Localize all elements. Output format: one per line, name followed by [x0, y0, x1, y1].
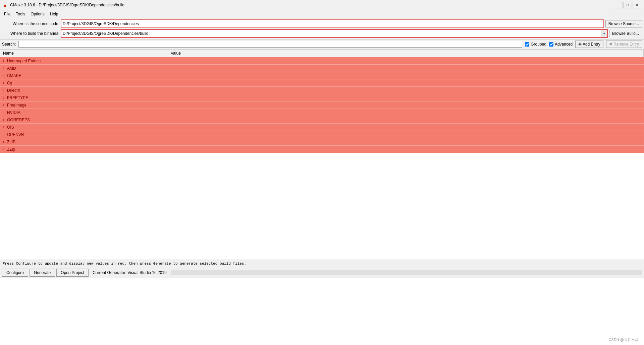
- grouped-label[interactable]: Grouped: [531, 42, 546, 47]
- table-row[interactable]: › ZLIB: [0, 138, 644, 146]
- menu-bar: File Tools Options Help: [0, 10, 644, 18]
- advanced-checkbox[interactable]: [549, 42, 553, 47]
- status-bar: Press Configure to update and display ne…: [0, 260, 644, 267]
- output-panel[interactable]: [0, 278, 644, 345]
- row-expand-icon[interactable]: ›: [0, 125, 7, 129]
- source-input-wrapper: [61, 19, 604, 28]
- binary-row: Where to build the binaries: ▾ Browse Bu…: [2, 29, 642, 38]
- row-name-cell: Ungrouped Entries: [7, 59, 168, 63]
- table-row[interactable]: › DirectX: [0, 87, 644, 94]
- main-table-area: Name Value › Ungrouped Entries › AMD › C…: [0, 49, 644, 260]
- configure-button[interactable]: Configure: [2, 269, 28, 277]
- title-bar-controls: ─ □ ✕: [614, 2, 641, 8]
- menu-options[interactable]: Options: [28, 11, 47, 17]
- source-label: Where is the source code:: [2, 21, 61, 26]
- row-name-cell: DirectX: [7, 88, 168, 93]
- row-expand-icon[interactable]: ›: [0, 59, 7, 63]
- browse-build-button[interactable]: Browse Build...: [609, 30, 642, 37]
- progress-bar: [171, 270, 642, 275]
- search-toolbar: Search: Grouped Advanced ✚ Add Entry ✖ R…: [0, 40, 644, 49]
- menu-file[interactable]: File: [1, 11, 13, 17]
- advanced-checkbox-group: Advanced: [549, 42, 573, 47]
- row-expand-icon[interactable]: ›: [0, 66, 7, 70]
- row-name-cell: OGREDEPS: [7, 118, 168, 122]
- source-row: Where is the source code: Browse Source.…: [2, 19, 642, 28]
- table-row[interactable]: › Ungrouped Entries: [0, 57, 644, 65]
- title-bar-text: CMake 3.18.6 - D:/Project/3DGIS/OgreSDK/…: [10, 3, 614, 7]
- table-body: › Ungrouped Entries › AMD › CMAKE › Cg ›…: [0, 57, 644, 260]
- row-name-cell: ZLIB: [7, 140, 168, 144]
- search-label: Search:: [2, 42, 16, 47]
- watermark: CSDN @去往水晶: [609, 337, 639, 342]
- grouped-checkbox[interactable]: [525, 42, 529, 47]
- table-row[interactable]: › AMD: [0, 65, 644, 72]
- binary-input[interactable]: [61, 30, 601, 37]
- row-name-cell: OPENVR: [7, 132, 168, 137]
- table-row[interactable]: › FreeImage: [0, 101, 644, 109]
- row-name-cell: Cg: [7, 81, 168, 85]
- open-project-button[interactable]: Open Project: [56, 269, 89, 277]
- row-expand-icon[interactable]: ›: [0, 81, 7, 85]
- table-row[interactable]: › OIS: [0, 124, 644, 131]
- add-entry-button[interactable]: ✚ Add Entry: [575, 41, 603, 48]
- search-input[interactable]: [18, 41, 522, 48]
- row-expand-icon[interactable]: ›: [0, 133, 7, 136]
- binary-label: Where to build the binaries:: [2, 31, 61, 36]
- path-toolbar: Where is the source code: Browse Source.…: [0, 18, 644, 40]
- menu-tools[interactable]: Tools: [13, 11, 28, 17]
- row-expand-icon[interactable]: ›: [0, 147, 7, 151]
- minimize-button[interactable]: ─: [614, 2, 623, 8]
- row-name-cell: ZZip: [7, 147, 168, 152]
- name-column-header: Name: [0, 50, 168, 57]
- table-row[interactable]: › ZZip: [0, 146, 644, 153]
- maximize-button[interactable]: □: [623, 2, 632, 8]
- row-expand-icon[interactable]: ›: [0, 111, 7, 114]
- row-expand-icon[interactable]: ›: [0, 140, 7, 144]
- remove-entry-button[interactable]: ✖ Remove Entry: [606, 41, 642, 48]
- browse-source-button[interactable]: Browse Source...: [605, 20, 642, 27]
- row-expand-icon[interactable]: ›: [0, 103, 7, 107]
- row-name-cell: FREETYPE: [7, 95, 168, 100]
- value-column-header: Value: [168, 50, 644, 57]
- row-expand-icon[interactable]: ›: [0, 88, 7, 92]
- menu-help[interactable]: Help: [47, 11, 61, 17]
- row-name-cell: CMAKE: [7, 73, 168, 78]
- table-header: Name Value: [0, 50, 644, 57]
- row-expand-icon[interactable]: ›: [0, 118, 7, 122]
- row-name-cell: NVIDIA: [7, 110, 168, 115]
- table-row[interactable]: › FREETYPE: [0, 94, 644, 101]
- advanced-label[interactable]: Advanced: [555, 42, 573, 47]
- row-name-cell: FreeImage: [7, 103, 168, 108]
- source-input[interactable]: [61, 20, 603, 27]
- app-icon: ▲: [3, 2, 8, 8]
- status-message: Press Configure to update and display ne…: [3, 262, 246, 266]
- row-name-cell: AMD: [7, 66, 168, 71]
- row-expand-icon[interactable]: ›: [0, 96, 7, 99]
- binary-combo-wrapper: ▾: [61, 29, 608, 38]
- table-row[interactable]: › Cg: [0, 79, 644, 87]
- binary-dropdown-arrow[interactable]: ▾: [601, 30, 607, 37]
- table-row[interactable]: › OPENVR: [0, 131, 644, 138]
- bottom-toolbar: Configure Generate Open Project Current …: [0, 267, 644, 278]
- generator-text: Current Generator: Visual Studio 16 2019: [93, 270, 167, 275]
- close-button[interactable]: ✕: [633, 2, 641, 8]
- title-bar: ▲ CMake 3.18.6 - D:/Project/3DGIS/OgreSD…: [0, 0, 644, 10]
- generate-button[interactable]: Generate: [30, 269, 55, 277]
- table-row[interactable]: › OGREDEPS: [0, 116, 644, 124]
- table-row[interactable]: › CMAKE: [0, 72, 644, 79]
- row-expand-icon[interactable]: ›: [0, 74, 7, 77]
- grouped-checkbox-group: Grouped: [525, 42, 546, 47]
- table-row[interactable]: › NVIDIA: [0, 109, 644, 116]
- row-name-cell: OIS: [7, 125, 168, 130]
